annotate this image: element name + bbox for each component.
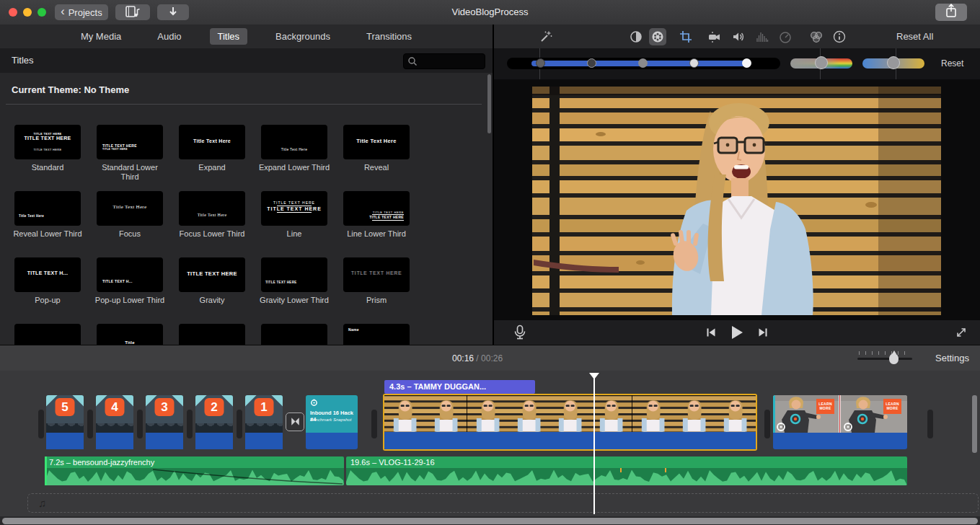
title-style-label: Focus Lower Third bbox=[176, 229, 248, 239]
title-style-pop-up-lower-third[interactable]: TITLE TEXT H...Pop-up Lower Third bbox=[94, 257, 166, 305]
tab-transitions[interactable]: Transitions bbox=[358, 28, 420, 45]
timeline-vertical-scrollbar[interactable] bbox=[972, 395, 977, 453]
film-reel-strip bbox=[146, 423, 183, 433]
browser-scrollbar[interactable] bbox=[487, 74, 491, 133]
countdown-clip-5[interactable]: 5 bbox=[46, 395, 84, 449]
voiceover-mic-icon[interactable] bbox=[511, 324, 529, 341]
reset-button[interactable]: Reset bbox=[941, 58, 963, 69]
title-style-line[interactable]: TITLE TEXT HERETITLE TEXT HERELine bbox=[258, 191, 330, 239]
temperature-knob[interactable] bbox=[887, 56, 900, 69]
adjustments-toolbar: Reset All bbox=[494, 25, 980, 49]
preview-text: TITLE TEXT HERE bbox=[14, 136, 81, 141]
title-style-focus-lower-third[interactable]: Title Text HereFocus Lower Third bbox=[176, 191, 248, 239]
speed-icon[interactable] bbox=[777, 28, 794, 45]
scrollbar-thumb[interactable] bbox=[2, 518, 978, 524]
volume-icon[interactable] bbox=[730, 28, 747, 45]
title-style-item-17[interactable]: TitleSubtitle bbox=[94, 324, 166, 345]
title-style-expand[interactable]: Title Text HereExpand bbox=[176, 125, 248, 172]
film-reel-strip bbox=[245, 423, 283, 433]
title-style-item-20[interactable]: Name bbox=[340, 324, 412, 345]
title-style-label: Pop-up Lower Third bbox=[94, 296, 166, 305]
search-box[interactable] bbox=[403, 53, 485, 69]
countdown-clip-4[interactable]: 4 bbox=[96, 395, 133, 449]
play-icon[interactable] bbox=[729, 324, 745, 341]
clip-filter-icon[interactable] bbox=[808, 28, 825, 45]
clip-separator bbox=[187, 410, 193, 438]
title-style-standard-lower-third[interactable]: TITLE TEXT HERETITLE TEXT HEREStandard L… bbox=[94, 125, 166, 182]
title-style-expand-lower-third[interactable]: Title Text HereExpand Lower Third bbox=[258, 125, 330, 172]
previous-frame-icon[interactable] bbox=[705, 326, 718, 339]
reset-all-button[interactable]: Reset All bbox=[896, 31, 933, 42]
highlights-knob[interactable] bbox=[742, 58, 751, 68]
audio-strip bbox=[46, 433, 84, 449]
title-style-label: Gravity Lower Third bbox=[258, 296, 330, 305]
title-style-focus[interactable]: Title Text HereFocus bbox=[94, 191, 166, 239]
empty-audio-track[interactable]: ♫ bbox=[27, 493, 979, 513]
multi-luma-slider[interactable] bbox=[507, 58, 780, 69]
saturation-knob[interactable] bbox=[815, 56, 828, 69]
color-balance-icon[interactable] bbox=[627, 28, 645, 45]
settings-button[interactable]: Settings bbox=[935, 353, 969, 363]
playhead[interactable] bbox=[593, 373, 595, 514]
title-style-item-16[interactable] bbox=[12, 324, 84, 345]
countdown-clip-1[interactable]: 1 bbox=[245, 395, 283, 449]
transition-icon[interactable] bbox=[286, 412, 304, 431]
title-style-item-18[interactable] bbox=[176, 324, 248, 345]
tab-backgrounds[interactable]: Backgrounds bbox=[268, 28, 338, 45]
crop-icon[interactable] bbox=[677, 28, 694, 45]
noise-reduction-icon[interactable] bbox=[754, 28, 771, 45]
high-mid-knob[interactable] bbox=[689, 58, 699, 68]
title-style-label: Standard Lower Third bbox=[94, 163, 166, 182]
saturation-slider[interactable] bbox=[790, 58, 852, 69]
low-mid-knob[interactable] bbox=[587, 58, 596, 68]
inbound-hack-clip[interactable]: Inbound 16 Hack #4 Benchmark Snapshot bbox=[306, 395, 358, 449]
next-frame-icon[interactable] bbox=[756, 326, 769, 339]
title-thumbnail: TITLE TEXT HERE bbox=[261, 257, 327, 292]
countdown-number: 4 bbox=[105, 398, 125, 416]
title-style-prism[interactable]: TITLE TEXT HEREPrism bbox=[340, 257, 412, 305]
color-correction-icon[interactable] bbox=[649, 28, 666, 45]
fullscreen-icon[interactable] bbox=[954, 325, 968, 340]
auto-enhance-icon[interactable] bbox=[537, 28, 555, 45]
zoom-handle[interactable] bbox=[889, 353, 899, 364]
vlog-outro-clip[interactable]: LEARN MORELEARN MORE bbox=[773, 395, 907, 449]
temperature-slider[interactable] bbox=[862, 58, 924, 69]
title-thumbnail bbox=[14, 324, 81, 345]
title-style-item-19[interactable] bbox=[258, 324, 330, 345]
timeline[interactable]: 54321 Inbound 16 Hack #4 Benchmark Snaps… bbox=[0, 371, 980, 516]
shadows-knob[interactable] bbox=[536, 58, 545, 68]
countdown-clip-2[interactable]: 2 bbox=[195, 395, 233, 449]
selected-video-clip[interactable] bbox=[383, 394, 757, 451]
title-style-standard[interactable]: TITLE TEXT HERETITLE TEXT HERETITLE TEXT… bbox=[12, 125, 84, 172]
midtones-knob[interactable] bbox=[638, 58, 648, 68]
vlog-audio-clip[interactable]: 19.6s – VLOG-11-29-16 bbox=[346, 456, 907, 485]
timeline-zoom-slider[interactable] bbox=[857, 351, 912, 366]
title-thumbnail: TITLE TEXT HERE bbox=[179, 257, 245, 292]
title-style-reveal[interactable]: Title Text HereReveal bbox=[340, 125, 412, 172]
countdown-clip-3[interactable]: 3 bbox=[146, 395, 183, 449]
stabilization-icon[interactable] bbox=[706, 28, 723, 45]
title-overlay-clip[interactable]: 4.3s – TAMMY DUGGAN... bbox=[384, 380, 535, 394]
music-clip[interactable]: 7.2s – bensound-jazzyfrenchy bbox=[45, 456, 344, 485]
search-input[interactable] bbox=[418, 56, 485, 67]
title-thumbnail: TITLE TEXT H... bbox=[14, 257, 81, 292]
preview-text: TITLE TEXT HERE bbox=[369, 215, 404, 219]
tab-audio[interactable]: Audio bbox=[149, 28, 189, 45]
title-style-reveal-lower-third[interactable]: Title Text HereReveal Lower Third bbox=[12, 191, 84, 239]
clip-edge bbox=[773, 395, 775, 433]
preview-text: TITLE TEXT H... bbox=[14, 270, 81, 275]
music-note-icon: ♫ bbox=[38, 497, 46, 509]
share-button[interactable] bbox=[935, 4, 967, 21]
title-style-gravity-lower-third[interactable]: TITLE TEXT HEREGravity Lower Third bbox=[258, 257, 330, 305]
timeline-horizontal-scrollbar[interactable] bbox=[0, 516, 980, 525]
title-style-label: Standard bbox=[12, 163, 84, 172]
title-style-pop-up[interactable]: TITLE TEXT H...Pop-up bbox=[12, 257, 84, 305]
tab-titles[interactable]: Titles bbox=[210, 28, 248, 45]
title-style-line-lower-third[interactable]: TITLE TEXT HERETITLE TEXT HERELine Lower… bbox=[340, 191, 412, 239]
clip-separator bbox=[87, 410, 93, 438]
preview-text: TITLE TEXT HERE bbox=[102, 148, 128, 151]
preview-text: TITLE TEXT HERE bbox=[265, 281, 297, 284]
tab-my-media[interactable]: My Media bbox=[73, 28, 129, 45]
info-icon[interactable] bbox=[831, 28, 848, 45]
title-style-gravity[interactable]: TITLE TEXT HEREGravity bbox=[176, 257, 248, 305]
